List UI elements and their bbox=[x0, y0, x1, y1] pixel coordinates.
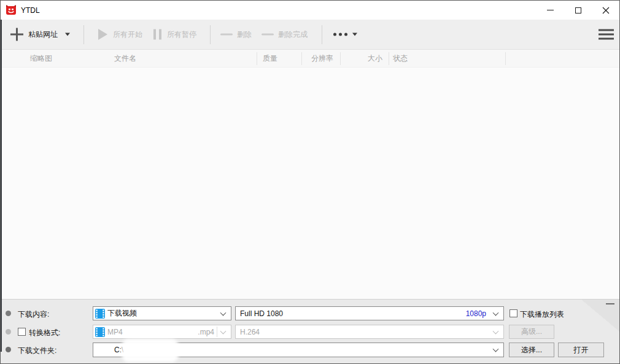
format-combo[interactable]: MP4 .mp4 bbox=[93, 325, 231, 339]
delete-completed-label: 删除完成 bbox=[278, 29, 308, 40]
download-list-header: 缩略图 文件名 质量 分辨率 大小 状态 bbox=[1, 50, 619, 68]
format-value: MP4 bbox=[107, 328, 123, 336]
redacted-path-blur bbox=[122, 339, 179, 362]
pause-all-label: 所有暂停 bbox=[167, 29, 196, 40]
delete-label: 删除 bbox=[237, 29, 252, 40]
app-logo-icon bbox=[6, 5, 17, 15]
chevron-down-icon bbox=[493, 346, 499, 352]
column-thumbnail[interactable]: 缩略图 bbox=[30, 50, 52, 68]
download-content-value: 下载视频 bbox=[107, 308, 137, 319]
row3-bullet-icon bbox=[6, 347, 11, 352]
window-title: YTDL bbox=[21, 6, 40, 15]
column-filename[interactable]: 文件名 bbox=[114, 50, 136, 68]
row2-bullet-icon bbox=[6, 329, 11, 335]
video-film-icon bbox=[95, 327, 105, 337]
minimize-icon bbox=[547, 10, 554, 10]
close-icon bbox=[602, 7, 610, 14]
column-size[interactable]: 大小 bbox=[368, 50, 382, 68]
download-list-body[interactable] bbox=[1, 68, 619, 299]
download-playlist-checkbox[interactable] bbox=[510, 309, 517, 317]
column-status[interactable]: 状态 bbox=[393, 50, 408, 68]
column-separator bbox=[389, 52, 389, 65]
toolbar-separator bbox=[322, 25, 322, 44]
paste-url-dropdown[interactable] bbox=[65, 33, 70, 36]
play-icon bbox=[98, 29, 107, 40]
chevron-down-icon bbox=[493, 328, 499, 334]
combo-separator bbox=[217, 327, 217, 337]
start-all-label: 所有开始 bbox=[113, 29, 142, 40]
splitter-grip-icon[interactable] bbox=[606, 303, 614, 304]
choose-folder-button[interactable]: 选择... bbox=[509, 343, 554, 357]
codec-combo[interactable]: H.264 bbox=[235, 325, 504, 339]
pause-all-button[interactable]: 所有暂停 bbox=[153, 29, 196, 40]
chevron-down-icon bbox=[352, 33, 357, 36]
hamburger-icon bbox=[599, 29, 614, 40]
toolbar-separator bbox=[210, 25, 211, 44]
download-playlist-label: 下载播放列表 bbox=[520, 309, 564, 320]
chevron-down-icon bbox=[220, 328, 227, 334]
column-separator bbox=[301, 52, 302, 65]
delete-completed-button[interactable]: 删除完成 bbox=[262, 29, 308, 40]
toolbar-separator bbox=[83, 25, 84, 44]
more-actions-button[interactable] bbox=[333, 33, 357, 36]
quality-value: Full HD 1080 bbox=[240, 309, 283, 318]
video-film-icon bbox=[95, 309, 105, 319]
open-folder-button[interactable]: 打开 bbox=[558, 343, 604, 357]
column-separator bbox=[505, 52, 506, 65]
paste-url-button[interactable]: 粘贴网址 bbox=[10, 28, 58, 41]
minus-icon bbox=[262, 34, 274, 36]
chevron-down-icon bbox=[220, 309, 227, 316]
pause-icon bbox=[153, 29, 161, 40]
paste-url-label: 粘贴网址 bbox=[28, 29, 58, 40]
column-separator bbox=[340, 52, 341, 65]
column-separator bbox=[257, 52, 257, 65]
maximize-icon bbox=[575, 7, 581, 14]
options-panel: 下载内容: 下载视频 Full HD 1080 1080p 下载播放列表 bbox=[1, 299, 619, 363]
close-button[interactable] bbox=[592, 1, 619, 20]
download-content-label: 下载内容: bbox=[18, 309, 49, 320]
row1-bullet-icon bbox=[6, 311, 11, 316]
advanced-button[interactable]: 高级... bbox=[509, 325, 554, 339]
delete-button[interactable]: 删除 bbox=[220, 29, 252, 40]
start-all-button[interactable]: 所有开始 bbox=[98, 29, 142, 40]
codec-value: H.264 bbox=[240, 328, 260, 336]
main-toolbar: 粘贴网址 所有开始 所有暂停 删除 删除完成 bbox=[1, 20, 619, 50]
download-content-combo[interactable]: 下载视频 bbox=[93, 306, 231, 320]
title-bar: YTDL bbox=[1, 1, 619, 20]
quality-resolution-value: 1080p bbox=[466, 309, 486, 318]
plus-icon bbox=[10, 28, 23, 41]
convert-format-label: 转换格式: bbox=[29, 328, 60, 338]
maximize-button[interactable] bbox=[564, 1, 592, 20]
chevron-down-icon bbox=[493, 309, 499, 316]
minus-icon bbox=[220, 34, 233, 36]
menu-button[interactable] bbox=[599, 29, 614, 40]
minimize-button[interactable] bbox=[537, 1, 564, 20]
ellipsis-icon bbox=[333, 33, 347, 36]
format-extension-value: .mp4 bbox=[198, 328, 214, 336]
chevron-down-icon bbox=[65, 33, 70, 36]
background-window-edge bbox=[1, 20, 2, 352]
convert-format-checkbox[interactable] bbox=[18, 328, 26, 336]
quality-combo[interactable]: Full HD 1080 1080p bbox=[235, 306, 504, 320]
column-quality[interactable]: 质量 bbox=[263, 50, 277, 68]
app-window: YTDL 粘贴网址 所有开始 所有暂停 删除 bbox=[0, 0, 620, 364]
download-folder-label: 下载文件夹: bbox=[18, 346, 56, 356]
column-resolution[interactable]: 分辨率 bbox=[311, 50, 333, 68]
